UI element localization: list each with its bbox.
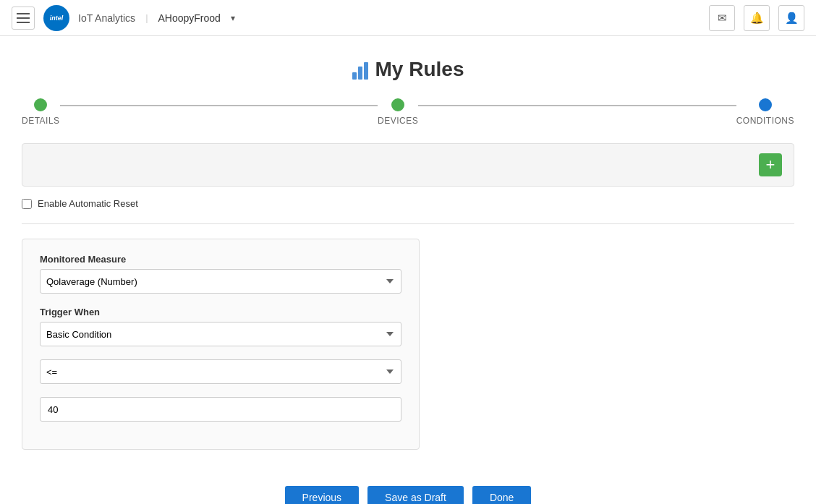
step-label-conditions: CONDITIONS [736,116,794,126]
user-button[interactable]: 👤 [778,5,804,31]
trigger-when-label: Trigger When [40,307,401,317]
stepper-line-2 [418,105,736,106]
trigger-when-group: Trigger When Basic Condition [40,307,401,346]
mail-button[interactable]: ✉ [709,5,735,31]
hamburger-line-1 [17,13,30,14]
bell-icon: 🔔 [750,12,764,25]
step-label-details: DETAILS [22,116,60,126]
user-dropdown-button[interactable]: ▾ [231,13,235,23]
enable-reset-checkbox[interactable] [22,199,32,209]
form-card: Monitored Measure Qolaverage (Number) Tr… [22,239,420,450]
hamburger-line-2 [17,17,30,19]
step-dot-devices [391,98,404,111]
threshold-group [40,397,401,422]
previous-button[interactable]: Previous [285,486,359,504]
enable-reset-row: Enable Automatic Reset [22,198,794,209]
threshold-input[interactable] [40,397,401,422]
bar-chart-icon [352,59,368,80]
step-devices: DEVICES [378,98,418,126]
intel-logo: intel [43,5,69,31]
step-details: DETAILS [22,98,60,126]
page-title-container: My Rules [22,58,794,81]
navbar-separator: | [145,12,148,23]
step-dot-details [34,98,47,111]
stepper: DETAILS DEVICES CONDITIONS [22,98,794,126]
done-button[interactable]: Done [472,486,531,504]
enable-reset-label: Enable Automatic Reset [38,198,138,209]
navbar-username: AHoopyFrood [158,12,221,24]
page-title: My Rules [375,58,464,81]
bell-button[interactable]: 🔔 [744,5,770,31]
monitored-measure-select[interactable]: Qolaverage (Number) [40,269,401,294]
save-draft-button[interactable]: Save as Draft [367,486,464,504]
add-condition-button[interactable]: + [759,153,782,176]
step-conditions: CONDITIONS [736,98,794,126]
step-label-devices: DEVICES [378,116,418,126]
mail-icon: ✉ [718,12,727,25]
step-dot-conditions [759,98,772,111]
navbar: intel IoT Analytics | AHoopyFrood ▾ ✉ 🔔 … [0,0,816,36]
stepper-line-1 [60,105,378,106]
hamburger-button[interactable] [12,7,35,30]
operator-select[interactable]: <=<>>===!= [40,359,401,384]
trigger-when-select[interactable]: Basic Condition [40,322,401,346]
operator-group: <=<>>===!= [40,359,401,384]
conditions-panel: + [22,143,794,187]
monitored-measure-group: Monitored Measure Qolaverage (Number) [40,254,401,294]
section-divider [22,223,794,224]
monitored-measure-label: Monitored Measure [40,254,401,265]
app-name: IoT Analytics [78,12,135,24]
bottom-actions: Previous Save as Draft Done [22,471,794,504]
hamburger-line-3 [17,22,30,23]
user-icon: 👤 [785,12,799,25]
main-content: My Rules DETAILS DEVICES CONDITIONS + En… [0,36,816,504]
